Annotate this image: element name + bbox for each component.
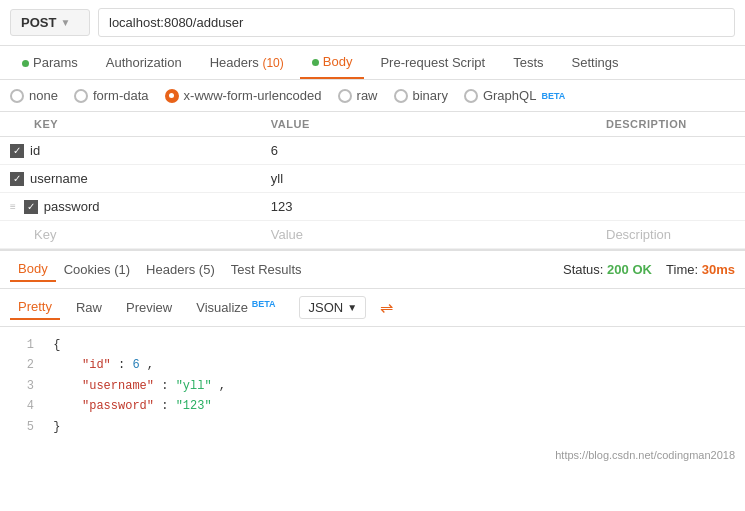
tab-params[interactable]: Params bbox=[10, 47, 90, 78]
table-row-placeholder: Key Value Description bbox=[0, 221, 745, 249]
body-type-row: none form-data x-www-form-urlencoded raw… bbox=[0, 80, 745, 112]
tab-body[interactable]: Body bbox=[300, 46, 365, 79]
radio-none[interactable]: none bbox=[10, 88, 58, 103]
json-line-5: 5 } bbox=[10, 417, 735, 437]
radio-raw-circle bbox=[338, 89, 352, 103]
status-label: Status: bbox=[563, 262, 607, 277]
json-line-1: 1 { bbox=[10, 335, 735, 355]
response-tab-cookies[interactable]: Cookies (1) bbox=[56, 258, 138, 281]
json-key-username: "username" bbox=[53, 379, 154, 393]
radio-graphql[interactable]: GraphQL BETA bbox=[464, 88, 565, 103]
placeholder-description: Description bbox=[606, 227, 671, 242]
response-tabs: Body Cookies (1) Headers (5) Test Result… bbox=[0, 249, 745, 289]
json-val-password: "123" bbox=[176, 399, 212, 413]
watermark-text: https://blog.csdn.net/codingman2018 bbox=[555, 449, 735, 461]
response-status: Status: 200 OK Time: 30ms bbox=[563, 262, 735, 277]
graphql-beta-badge: BETA bbox=[541, 91, 565, 101]
json-key-password: "password" bbox=[53, 399, 154, 413]
url-bar: POST ▼ bbox=[0, 0, 745, 46]
format-tab-pretty[interactable]: Pretty bbox=[10, 295, 60, 320]
json-chevron-icon: ▼ bbox=[347, 302, 357, 313]
status-value: 200 OK bbox=[607, 262, 652, 277]
json-key-id: "id" bbox=[53, 358, 111, 372]
value-id: 6 bbox=[261, 137, 596, 165]
radio-formdata-circle bbox=[74, 89, 88, 103]
radio-graphql-circle bbox=[464, 89, 478, 103]
checkbox-password[interactable] bbox=[24, 200, 38, 214]
tab-tests[interactable]: Tests bbox=[501, 47, 555, 78]
response-tab-body[interactable]: Body bbox=[10, 257, 56, 282]
format-row: Pretty Raw Preview Visualize BETA JSON ▼… bbox=[0, 289, 745, 327]
body-dot bbox=[312, 59, 319, 66]
chevron-down-icon: ▼ bbox=[60, 17, 70, 28]
params-dot bbox=[22, 60, 29, 67]
line-num-3: 3 bbox=[10, 376, 34, 396]
line-num-2: 2 bbox=[10, 355, 34, 375]
value-password: 123 bbox=[261, 193, 596, 221]
request-tabs: Params Authorization Headers (10) Body P… bbox=[0, 46, 745, 80]
headers-badge: (10) bbox=[262, 56, 283, 70]
format-tab-visualize[interactable]: Visualize BETA bbox=[188, 295, 283, 319]
key-username: username bbox=[30, 171, 88, 186]
line-num-4: 4 bbox=[10, 396, 34, 416]
json-line-4: 4 "password" : "123" bbox=[10, 396, 735, 416]
tab-authorization[interactable]: Authorization bbox=[94, 47, 194, 78]
radio-urlencoded[interactable]: x-www-form-urlencoded bbox=[165, 88, 322, 103]
json-val-id: 6 bbox=[132, 358, 139, 372]
desc-id bbox=[596, 137, 745, 165]
radio-raw[interactable]: raw bbox=[338, 88, 378, 103]
radio-none-circle bbox=[10, 89, 24, 103]
key-password: password bbox=[44, 199, 100, 214]
radio-formdata[interactable]: form-data bbox=[74, 88, 149, 103]
radio-urlencoded-circle bbox=[165, 89, 179, 103]
json-close-brace: } bbox=[53, 420, 60, 434]
json-val-username: "yll" bbox=[176, 379, 212, 393]
placeholder-value: Value bbox=[271, 227, 303, 242]
json-format-select[interactable]: JSON ▼ bbox=[299, 296, 366, 319]
radio-binary-circle bbox=[394, 89, 408, 103]
url-input[interactable] bbox=[98, 8, 735, 37]
json-open-brace: { bbox=[53, 338, 60, 352]
value-username: yll bbox=[261, 165, 596, 193]
format-tab-preview[interactable]: Preview bbox=[118, 296, 180, 319]
col-header-key: KEY bbox=[0, 112, 261, 137]
radio-binary[interactable]: binary bbox=[394, 88, 448, 103]
json-line-2: 2 "id" : 6 , bbox=[10, 355, 735, 375]
desc-password bbox=[596, 193, 745, 221]
key-id: id bbox=[30, 143, 40, 158]
drag-icon: ≡ bbox=[10, 201, 16, 212]
watermark: https://blog.csdn.net/codingman2018 bbox=[0, 445, 745, 465]
method-select[interactable]: POST ▼ bbox=[10, 9, 90, 36]
time-value: 30ms bbox=[702, 262, 735, 277]
tab-prerequest[interactable]: Pre-request Script bbox=[368, 47, 497, 78]
table-row: username yll bbox=[0, 165, 745, 193]
checkbox-username[interactable] bbox=[10, 172, 24, 186]
visualize-beta-badge: BETA bbox=[252, 299, 276, 309]
col-header-description: DESCRIPTION bbox=[596, 112, 745, 137]
params-table: KEY VALUE DESCRIPTION id 6 username y bbox=[0, 112, 745, 249]
tab-settings[interactable]: Settings bbox=[560, 47, 631, 78]
line-num-5: 5 bbox=[10, 417, 34, 437]
time-label: Time: bbox=[666, 262, 702, 277]
json-line-3: 3 "username" : "yll" , bbox=[10, 376, 735, 396]
line-num-1: 1 bbox=[10, 335, 34, 355]
checkbox-id[interactable] bbox=[10, 144, 24, 158]
format-tab-raw[interactable]: Raw bbox=[68, 296, 110, 319]
response-tab-testresults[interactable]: Test Results bbox=[223, 258, 310, 281]
json-format-label: JSON bbox=[308, 300, 343, 315]
table-row: id 6 bbox=[0, 137, 745, 165]
tab-headers[interactable]: Headers (10) bbox=[198, 47, 296, 78]
wrap-icon[interactable]: ⇌ bbox=[380, 298, 393, 317]
json-viewer: 1 { 2 "id" : 6 , 3 "username" : "yll" , … bbox=[0, 327, 745, 445]
placeholder-key: Key bbox=[34, 227, 56, 242]
table-row: ≡ password 123 bbox=[0, 193, 745, 221]
desc-username bbox=[596, 165, 745, 193]
method-label: POST bbox=[21, 15, 56, 30]
response-tab-headers[interactable]: Headers (5) bbox=[138, 258, 223, 281]
col-header-value: VALUE bbox=[261, 112, 596, 137]
